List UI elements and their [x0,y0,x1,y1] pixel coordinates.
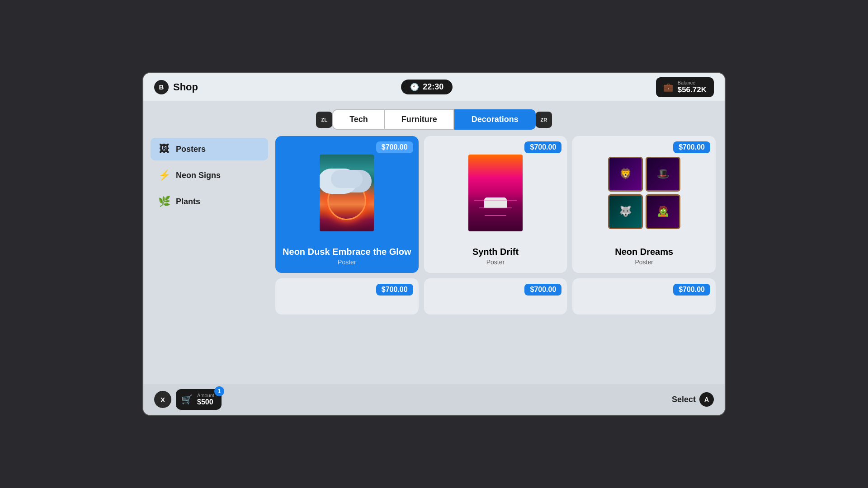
product-card-neon-dreams[interactable]: $700.00 🦁 🎩 🐺 🧟 Neon Dreams Poster [572,136,716,273]
x-button[interactable]: X [154,391,171,408]
cart-amount-label: Amount [197,393,214,398]
poster-synth-drift-visual [468,155,523,231]
product-card-partial-3[interactable]: $700.00 [572,278,716,314]
balance-label: Balance [678,80,707,85]
cart-icon: 🛒 [181,394,193,405]
poster-neon-dusk-visual [320,155,374,231]
tab-bar: ZL Tech Furniture Decorations ZR [143,101,725,136]
product-type-neon-dusk: Poster [338,258,356,266]
posters-icon: 🖼 [158,143,170,155]
select-button[interactable]: Select A [672,392,714,407]
product-type-synth-drift: Poster [486,258,505,266]
product-name-neon-dusk: Neon Dusk Embrace the Glow [277,246,417,258]
wallet-icon: 💼 [663,82,673,92]
cart-area: X 🛒 Amount $500 1 [154,389,222,410]
a-button[interactable]: A [699,392,714,407]
main-content: 🖼 Posters ⚡ Neon Signs 🌿 Plants $700.00 [143,136,725,415]
product-card-neon-dusk[interactable]: $700.00 Neon Dusk Embrace the Glow Poste… [275,136,419,273]
balance-value: $56.72K [678,85,707,94]
product-card-partial-2[interactable]: $700.00 [424,278,567,314]
product-type-neon-dreams: Poster [635,258,653,266]
price-badge-partial-1: $700.00 [376,284,413,296]
tab-tech[interactable]: Tech [332,109,384,130]
select-label: Select [672,395,696,404]
time-value: 22:30 [423,82,443,92]
cart-badge: 1 [214,386,224,396]
sidebar-item-posters[interactable]: 🖼 Posters [151,138,268,160]
shop-avatar: B [154,80,169,94]
bottom-bar: X 🛒 Amount $500 1 Select A [143,384,725,415]
neon-signs-icon: ⚡ [158,169,170,181]
game-window: B Shop 🕙 22:30 💼 Balance $56.72K ZL Tech… [142,72,726,416]
sidebar-item-plants[interactable]: 🌿 Plants [151,190,268,213]
cart-amount-value: $500 [197,398,214,406]
price-badge-partial-2: $700.00 [524,284,561,296]
price-badge-neon-dreams: $700.00 [673,141,710,153]
product-card-partial-1[interactable]: $700.00 [275,278,419,314]
price-badge-partial-3: $700.00 [673,284,710,296]
cart-box[interactable]: 🛒 Amount $500 1 [176,389,222,410]
mini-poster-2: 🎩 [646,157,680,192]
header-left: B Shop [154,80,198,94]
mini-poster-1: 🦁 [608,157,643,192]
tab-decorations[interactable]: Decorations [454,109,536,130]
clock-display: 🕙 22:30 [401,80,453,94]
tab-nav-left[interactable]: ZL [316,112,332,128]
synth-lines [468,193,523,231]
poster-neon-dreams-visual: 🦁 🎩 🐺 🧟 [608,157,680,229]
product-grid: $700.00 Neon Dusk Embrace the Glow Poste… [275,136,716,415]
page-title: Shop [173,81,198,93]
product-name-synth-drift: Synth Drift [467,246,524,258]
mini-poster-4: 🧟 [646,194,680,229]
mini-poster-3: 🐺 [608,194,643,229]
cloud-shape [331,170,363,188]
product-name-neon-dreams: Neon Dreams [609,246,679,258]
sidebar-label-posters: Posters [176,145,206,154]
price-badge-synth-drift: $700.00 [524,141,561,153]
tab-furniture[interactable]: Furniture [384,109,454,130]
balance-display: 💼 Balance $56.72K [656,77,714,97]
clock-icon: 🕙 [410,83,419,91]
header: B Shop 🕙 22:30 💼 Balance $56.72K [143,73,725,101]
sidebar-label-plants: Plants [176,197,200,206]
balance-info: Balance $56.72K [678,80,707,94]
tab-nav-right[interactable]: ZR [536,112,552,128]
sidebar: 🖼 Posters ⚡ Neon Signs 🌿 Plants [151,136,268,415]
plants-icon: 🌿 [158,196,170,207]
price-badge-neon-dusk: $700.00 [376,141,413,153]
sidebar-item-neon-signs[interactable]: ⚡ Neon Signs [151,164,268,187]
sidebar-label-neon-signs: Neon Signs [176,171,221,180]
product-card-synth-drift[interactable]: $700.00 Synth Drift Poster [424,136,567,273]
cart-info: Amount $500 [197,393,214,406]
